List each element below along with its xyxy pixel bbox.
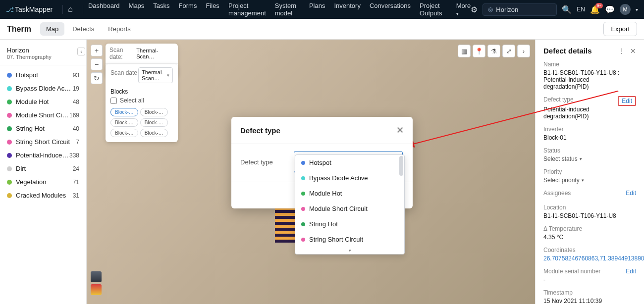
defect-label: String Short Circuit	[16, 138, 70, 146]
defect-count: 7	[76, 139, 79, 146]
export-button[interactable]: Export	[603, 22, 637, 36]
status-select[interactable]: Select status▾	[543, 155, 636, 162]
defect-row[interactable]: Module Hot48	[0, 95, 86, 108]
coord-label: Coordinates	[543, 247, 636, 253]
home-icon[interactable]: ⌂	[68, 5, 73, 14]
block-chip[interactable]: Block-…	[110, 129, 138, 137]
priority-select[interactable]: Select priority▾	[543, 177, 636, 184]
nav-conversations[interactable]: Conversations	[370, 2, 411, 17]
filter-icon[interactable]: ⚗	[487, 45, 500, 57]
block-chip[interactable]: Block-…	[140, 118, 168, 127]
color-dot	[7, 73, 12, 78]
nav-maps[interactable]: Maps	[129, 2, 145, 17]
coord-value[interactable]: 26.70758246760863,71.38944913890579	[543, 255, 636, 262]
dropdown-option[interactable]: Module Short Circuit	[295, 201, 404, 216]
zoom-out-button[interactable]: −	[91, 58, 103, 70]
color-dot	[301, 161, 305, 165]
defect-row[interactable]: Vegetation71	[0, 175, 86, 189]
pin-icon[interactable]: 📍	[473, 45, 485, 57]
defect-row[interactable]: String Hot40	[0, 122, 86, 135]
select-all-checkbox[interactable]: Select all	[110, 97, 173, 104]
defect-row[interactable]: Hotspot93	[0, 68, 86, 82]
refresh-button[interactable]: ↻	[91, 72, 103, 84]
tab-reports[interactable]: Reports	[102, 22, 137, 36]
search-icon[interactable]: 🔍	[562, 5, 572, 14]
select-all-input[interactable]	[110, 98, 117, 104]
defect-row[interactable]: String Short Circuit7	[0, 135, 86, 149]
left-panel: ‹ Horizon 07. Thermography Hotspot93Bypa…	[0, 40, 87, 304]
close-icon[interactable]: ✕	[396, 125, 404, 136]
color-dot	[7, 113, 12, 118]
layer-thumb-2[interactable]	[91, 284, 102, 295]
defect-label: Hotspot	[16, 71, 38, 79]
nav-tasks[interactable]: Tasks	[153, 2, 169, 17]
nav-dashboard[interactable]: Dashboard	[88, 2, 120, 17]
nav-inventory[interactable]: Inventory	[334, 2, 360, 17]
chat-icon[interactable]: 💬	[605, 5, 615, 14]
nav-plans[interactable]: Plans	[309, 2, 325, 17]
option-label: String Hot	[309, 220, 338, 228]
defect-label: Module Short Circuit	[16, 111, 69, 119]
color-dot	[7, 153, 12, 158]
bell-icon[interactable]: 🔔9+	[590, 5, 600, 14]
nav-project-outputs[interactable]: Project Outputs	[420, 2, 447, 17]
collapse-left-icon[interactable]: ‹	[77, 48, 85, 55]
scan-date-dropdown[interactable]: Thermal-Scan… ▾	[138, 67, 173, 83]
avatar[interactable]: M	[620, 4, 631, 15]
defect-label: Dirt	[16, 165, 26, 172]
defect-row[interactable]: Potential-induced de…338	[0, 149, 86, 162]
grid-icon[interactable]: ▦	[458, 45, 471, 57]
edit-serial-button[interactable]: Edit	[626, 268, 636, 275]
block-chip[interactable]: Block-…	[110, 108, 138, 116]
block-chip[interactable]: Block-…	[110, 118, 138, 127]
field-label: Defect type	[240, 158, 294, 166]
expand-icon[interactable]: ⤢	[502, 45, 515, 57]
defect-row[interactable]: Cracked Modules31	[0, 189, 86, 202]
edit-assignees-button[interactable]: Edit	[626, 190, 636, 197]
chevron-down-icon[interactable]: ▾	[295, 247, 404, 254]
layer-thumb-1[interactable]	[91, 271, 102, 282]
map-right-tools: ▦ 📍 ⚗ ⤢ ›	[458, 45, 530, 57]
dropdown-option[interactable]: String Hot	[295, 216, 404, 232]
defect-count: 169	[69, 112, 79, 119]
nav-system-model[interactable]: System model	[275, 2, 300, 17]
block-chip[interactable]: Block-…	[140, 129, 168, 137]
more-icon[interactable]: ⋮	[618, 47, 625, 55]
close-icon[interactable]: ✕	[630, 47, 636, 55]
lang-label[interactable]: EN	[577, 6, 585, 13]
type-value: Potential-induced degradation(PID)	[543, 106, 636, 120]
defect-row[interactable]: Module Short Circuit169	[0, 108, 86, 122]
serial-value: -	[543, 276, 636, 283]
defect-row[interactable]: Bypass Diode Active19	[0, 82, 86, 95]
app-logo[interactable]: ⎇ TaskMapper	[6, 5, 53, 13]
chevron-down-icon[interactable]: ▾	[636, 7, 638, 12]
page-title: Therm	[7, 25, 31, 34]
divider	[62, 5, 63, 14]
nav-files[interactable]: Files	[206, 2, 219, 17]
dropdown-option[interactable]: Bypass Diode Active	[295, 170, 404, 186]
search-box[interactable]: ◎ Horizon	[483, 3, 557, 16]
type-label: Defect type	[543, 96, 574, 103]
zoom-in-button[interactable]: +	[91, 45, 103, 56]
nav-forms[interactable]: Forms	[179, 2, 197, 17]
dropdown-option[interactable]: Module Hot	[295, 186, 404, 201]
nav-project-management[interactable]: Project management	[228, 2, 266, 17]
defect-count: 338	[69, 152, 79, 159]
dropdown-option[interactable]: Hotspot	[295, 155, 404, 170]
defect-label: Cracked Modules	[16, 192, 66, 199]
dropdown-option[interactable]: String Short Circuit	[295, 232, 404, 247]
defect-type-dropdown[interactable]: HotspotBypass Diode ActiveModule HotModu…	[295, 154, 405, 254]
color-dot	[301, 222, 305, 226]
nav-more[interactable]: More ▾	[456, 2, 471, 17]
filter-scan-date-row[interactable]: Scan date: Thermal-Scan…	[106, 44, 178, 64]
defect-row[interactable]: Dirt24	[0, 162, 86, 175]
tab-defects[interactable]: Defects	[66, 22, 100, 36]
block-chips: Block-…Block-…Block-…Block-…Block-…Block…	[110, 108, 173, 137]
scrollbar[interactable]	[399, 156, 403, 176]
defect-label: Module Hot	[16, 98, 49, 105]
gear-icon[interactable]: ⚙	[471, 5, 478, 14]
edit-type-button[interactable]: Edit	[618, 96, 636, 106]
block-chip[interactable]: Block-…	[140, 108, 168, 116]
chevron-right-icon[interactable]: ›	[517, 45, 530, 57]
tab-map[interactable]: Map	[40, 22, 64, 36]
